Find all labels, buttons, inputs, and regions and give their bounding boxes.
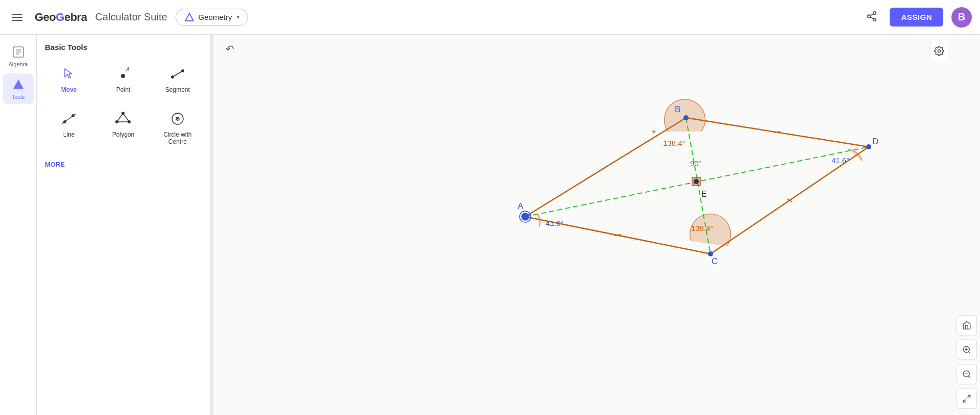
svg-line-60	[968, 376, 970, 377]
svg-text:C: C	[712, 256, 718, 266]
svg-line-15	[173, 71, 183, 77]
svg-line-18	[62, 114, 76, 124]
circle-with-centre-icon	[168, 110, 187, 128]
svg-point-2	[868, 15, 871, 18]
svg-point-20	[121, 112, 125, 115]
circle-with-centre-label: Circle with Centre	[157, 131, 199, 145]
svg-point-3	[873, 18, 876, 21]
segment-label: Segment	[165, 86, 190, 93]
svg-point-22	[115, 120, 118, 123]
share-button[interactable]	[862, 7, 881, 28]
canvas-area[interactable]: ↶	[213, 35, 980, 415]
algebra-icon	[11, 45, 26, 59]
svg-point-42	[866, 144, 871, 149]
tools-grid: Move A Point	[45, 60, 202, 150]
svg-marker-0	[185, 13, 193, 21]
sidebar-item-algebra[interactable]: Algebra	[3, 41, 34, 71]
svg-text:41.6°: 41.6°	[831, 156, 849, 165]
tools-label: Tools	[12, 94, 25, 100]
line-icon	[60, 110, 78, 128]
svg-text:D: D	[872, 137, 878, 146]
fullscreen-button[interactable]	[957, 388, 977, 409]
chevron-down-icon: ▾	[237, 14, 239, 20]
svg-text:138.4°: 138.4°	[663, 139, 685, 147]
more-link[interactable]: MORE	[45, 159, 202, 170]
icon-bar: Algebra Tools	[0, 35, 37, 415]
svg-text:138.4°: 138.4°	[691, 224, 714, 232]
tools-panel: Basic Tools Move A Point	[37, 35, 210, 415]
tool-point[interactable]: A Point	[99, 60, 147, 98]
geogebra-logo: GeoGebra	[35, 11, 87, 24]
user-avatar[interactable]: B	[951, 7, 972, 28]
svg-point-43	[694, 179, 699, 184]
tool-move[interactable]: Move	[45, 60, 93, 98]
header: GeoGebra Calculator Suite Geometry ▾ ASS…	[0, 0, 980, 35]
zoom-out-button[interactable]	[957, 364, 977, 384]
svg-text:B: B	[675, 105, 680, 114]
svg-text:+: +	[651, 127, 657, 137]
menu-button[interactable]	[8, 10, 27, 25]
geometry-label: Geometry	[199, 13, 232, 21]
svg-point-25	[177, 118, 178, 120]
sidebar-item-tools[interactable]: Tools	[3, 73, 34, 104]
line-label: Line	[63, 131, 75, 138]
tool-segment[interactable]: Segment	[154, 60, 202, 98]
svg-text:41.6°: 41.6°	[546, 219, 564, 227]
main-layout: Algebra Tools Basic Tools Move	[0, 35, 980, 415]
polygon-icon	[114, 110, 132, 128]
svg-line-62	[968, 395, 970, 398]
right-controls	[953, 35, 980, 415]
svg-line-33	[603, 166, 608, 169]
tools-icon	[11, 77, 26, 92]
geometry-selector[interactable]: Geometry ▾	[176, 9, 249, 26]
polygon-label: Polygon	[112, 131, 134, 138]
tool-polygon[interactable]: Polygon	[99, 105, 147, 150]
svg-line-63	[963, 400, 966, 402]
svg-point-1	[873, 12, 876, 15]
svg-text:90°: 90°	[690, 159, 702, 168]
point-icon: A	[114, 65, 132, 83]
svg-text:A: A	[126, 67, 130, 72]
app-name: Calculator Suite	[95, 11, 167, 23]
svg-line-56	[968, 351, 970, 353]
zoom-in-button[interactable]	[957, 340, 977, 360]
svg-point-40	[683, 115, 689, 120]
geometry-canvas[interactable]: B A C D E 138.4° 90° 138.4° 41.6° 41.6° …	[213, 35, 980, 415]
svg-line-4	[870, 17, 873, 19]
point-label: Point	[116, 86, 130, 93]
svg-text:A: A	[518, 201, 524, 211]
move-label: Move	[61, 86, 77, 93]
geometry-icon	[184, 12, 194, 22]
svg-point-41	[708, 251, 713, 256]
home-button[interactable]	[957, 315, 977, 335]
svg-text:E: E	[701, 190, 707, 198]
svg-point-38	[522, 213, 529, 220]
svg-point-21	[128, 120, 131, 123]
svg-line-5	[870, 14, 873, 16]
segment-icon	[168, 65, 187, 83]
move-icon	[60, 65, 78, 83]
algebra-label: Algebra	[9, 61, 28, 67]
svg-point-12	[121, 74, 125, 78]
svg-marker-10	[13, 80, 23, 89]
tool-circle-with-centre[interactable]: Circle with Centre	[154, 105, 202, 150]
tools-title: Basic Tools	[45, 43, 202, 51]
assign-button[interactable]: ASSIGN	[890, 8, 943, 27]
tool-line[interactable]: Line	[45, 105, 93, 150]
